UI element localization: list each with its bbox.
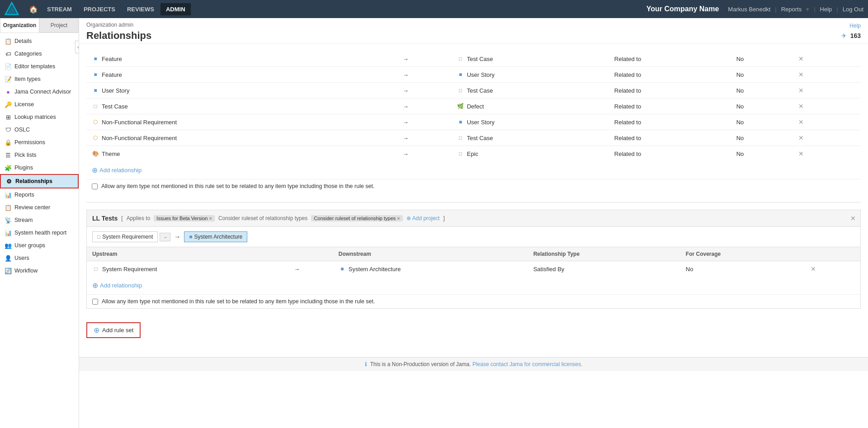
arrow-4: → [397, 99, 452, 114]
page-title: Relationships [86, 30, 151, 42]
ll-tests-header: LL Tests [ Applies to Issues for Beta Ve… [87, 210, 860, 227]
home-button[interactable]: 🏠 [25, 3, 42, 15]
coverage-1: No [731, 51, 791, 67]
stream-icon: 📡 [5, 216, 12, 224]
table-row: ⬡ Non-Functional Requirement → □ Test Ca… [86, 130, 861, 146]
downstream-cell-ll1: ■ System Architecture [333, 261, 528, 277]
upstream-type-icon: □ [97, 234, 100, 240]
arrow-3: → [397, 83, 452, 99]
sidebar-item-plugins[interactable]: 🧩 Plugins [0, 161, 79, 174]
ll-tests-title: LL Tests [92, 215, 118, 222]
nav-projects[interactable]: PROJECTS [78, 3, 121, 15]
rel-type-1: Related to [609, 51, 731, 67]
remove-row-7[interactable]: ✕ [796, 149, 807, 158]
ll-add-relationship-btn[interactable]: ⊕ Add relationship [92, 281, 142, 290]
sidebar-item-pick-lists[interactable]: ☰ Pick lists [0, 149, 79, 161]
sidebar-item-permissions[interactable]: 🔒 Permissions [0, 136, 79, 149]
reports-link[interactable]: Reports [781, 6, 802, 13]
add-rule-set-btn[interactable]: ⊕ Add rule set [86, 322, 141, 338]
tab-organization[interactable]: Organization [0, 18, 39, 33]
allow-any-checkbox[interactable] [92, 183, 98, 189]
nav-admin[interactable]: ADMIN [160, 3, 191, 15]
coverage-5: No [731, 114, 791, 130]
upstream-label-7: Theme [102, 151, 120, 157]
sidebar-item-reports[interactable]: 📊 Reports [0, 188, 79, 201]
sidebar-item-details[interactable]: 📋 Details [0, 35, 79, 47]
upstream-label-ll1: System Requirement [102, 266, 157, 273]
content-body: ■ Feature → □ Test Case [79, 44, 868, 357]
downstream-cell-5: ■ User Story [452, 114, 609, 130]
help-link[interactable]: Help [820, 6, 832, 13]
tag-chip-1-remove[interactable]: × [209, 216, 212, 221]
nav-reviews[interactable]: REVIEWS [122, 3, 160, 15]
remove-row-4[interactable]: ✕ [796, 102, 807, 111]
top-navigation: 🏠 STREAM PROJECTS REVIEWS ADMIN Your Com… [0, 0, 868, 18]
editor-templates-label: Editor templates [14, 63, 55, 70]
arrow-2: → [397, 67, 452, 83]
info-icon: ℹ [365, 361, 367, 367]
test-case-icon-2: □ [457, 87, 464, 94]
details-label: Details [14, 38, 32, 44]
upstream-cell-4: □ Test Case [86, 99, 397, 114]
tag-chip-1: Issues for Beta Version × [154, 215, 215, 221]
details-icon: 📋 [5, 38, 12, 45]
add-project-btn[interactable]: ⊕ Add project [406, 215, 440, 221]
contact-link[interactable]: Please contact Jama for commercial licen… [472, 361, 582, 367]
permissions-label: Permissions [14, 139, 45, 146]
add-icon: ⊕ [92, 166, 98, 174]
users-icon: 👤 [5, 254, 12, 262]
upstream-type-label: System Requirement [102, 234, 153, 240]
remove-row-1[interactable]: ✕ [796, 54, 807, 63]
sidebar-item-license[interactable]: 🔑 License [0, 98, 79, 111]
remove-row-5[interactable]: ✕ [796, 118, 807, 127]
add-relationship-row: ⊕ Add relationship [86, 161, 861, 179]
sidebar-collapse-btn[interactable]: « [75, 41, 79, 53]
add-project-label: Add project [412, 215, 440, 221]
add-rule-set-container: ⊕ Add rule set [86, 318, 861, 343]
sidebar-item-editor-templates[interactable]: 📄 Editor templates [0, 60, 79, 73]
ll-add-relationship-row: ⊕ Add relationship [87, 277, 860, 294]
coverage-7: No [731, 146, 791, 162]
remove-row-2[interactable]: ✕ [796, 70, 807, 79]
remove-row-6[interactable]: ✕ [796, 133, 807, 142]
downstream-type-icon: ■ [189, 234, 192, 240]
remove-ll-tests-btn[interactable]: ✕ [850, 215, 856, 222]
sidebar-item-lookup-matrices[interactable]: ⊞ Lookup matrices [0, 111, 79, 123]
user-groups-label: User groups [14, 242, 45, 249]
remove-row-3[interactable]: ✕ [796, 86, 807, 95]
section-divider [86, 202, 861, 202]
flow-connector: → [160, 233, 170, 241]
upstream-label-3: User Story [102, 87, 129, 94]
sidebar-item-jama-advisor[interactable]: ● Jama Connect Advisor [0, 85, 79, 98]
test-case-icon-4: □ [457, 134, 464, 141]
help-link[interactable]: Help [849, 23, 861, 29]
logo-icon[interactable] [5, 1, 21, 17]
ll-allow-any-checkbox[interactable] [92, 299, 98, 305]
downstream-label-6: Test Case [467, 135, 493, 141]
sidebar-item-system-health[interactable]: 📊 System health report [0, 226, 79, 239]
add-project-icon: ⊕ [406, 215, 411, 221]
jama-advisor-label: Jama Connect Advisor [14, 89, 71, 95]
sidebar-item-stream[interactable]: 📡 Stream [0, 214, 79, 226]
sidebar-item-oslc[interactable]: 🛡 OSLC [0, 123, 79, 136]
tag-chip-2-remove[interactable]: × [397, 216, 400, 221]
upstream-cell: ■ Feature [86, 51, 397, 67]
categories-icon: 🏷 [5, 50, 12, 57]
sidebar-item-item-types[interactable]: 📝 Item types [0, 73, 79, 85]
sidebar-item-categories[interactable]: 🏷 Categories [0, 47, 79, 60]
arrow-ll1: → [288, 261, 333, 277]
theme-icon: 🎨 [92, 150, 99, 157]
tab-project[interactable]: Project [39, 18, 79, 33]
sidebar-item-user-groups[interactable]: 👥 User groups [0, 239, 79, 252]
sidebar-item-review-center[interactable]: 📋 Review center [0, 201, 79, 214]
downstream-type-box[interactable]: ■ System Architecture [184, 231, 247, 242]
logout-link[interactable]: Log Out [843, 6, 863, 13]
ll-add-icon: ⊕ [92, 281, 98, 290]
nav-stream[interactable]: STREAM [42, 3, 77, 15]
sidebar-item-workflow[interactable]: 🔄 Workflow [0, 264, 79, 277]
remove-ll-row-1[interactable]: ✕ [808, 264, 819, 273]
upstream-type-box[interactable]: □ System Requirement [92, 231, 158, 242]
sidebar-item-relationships[interactable]: ⚙ Relationships [0, 174, 79, 188]
add-relationship-btn[interactable]: ⊕ Add relationship [92, 166, 142, 174]
sidebar-item-users[interactable]: 👤 Users [0, 252, 79, 264]
